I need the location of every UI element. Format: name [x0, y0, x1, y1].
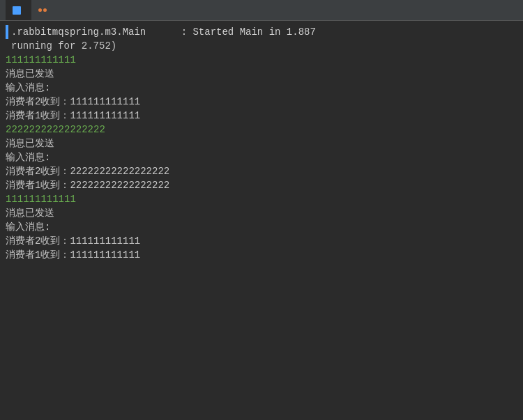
console-line: 输入消息: — [6, 220, 517, 234]
console-icon — [13, 6, 21, 15]
tab-bar — [0, 0, 523, 21]
line-text: running for 2.752) — [6, 39, 116, 53]
console-area: .rabbitmqspring.m3.Main : Started Main i… — [0, 21, 523, 420]
tab-endpoints[interactable] — [31, 0, 59, 20]
console-line: 消息已发送 — [6, 206, 517, 220]
line-text: 输入消息: — [6, 81, 50, 95]
console-line: 输入消息: — [6, 81, 517, 95]
console-line: 消费者1收到：111111111111 — [6, 109, 517, 123]
line-text: 111111111111 — [6, 192, 76, 206]
line-text: 111111111111 — [6, 53, 76, 67]
endpoints-icon — [38, 7, 48, 14]
line-text: 22222222222222222 — [6, 123, 105, 137]
line-text: 消费者1收到：111111111111 — [6, 109, 140, 123]
console-line: 消费者2收到：22222222222222222 — [6, 164, 517, 178]
console-line: 消息已发送 — [6, 137, 517, 150]
console-line: 111111111111 — [6, 53, 517, 67]
line-text: 输入消息: — [6, 150, 50, 164]
line-text: 消息已发送 — [6, 206, 54, 220]
line-text: 消费者2收到：111111111111 — [6, 234, 140, 248]
line-text: 消费者1收到：22222222222222222 — [6, 178, 169, 192]
console-line: 输入消息: — [6, 150, 517, 164]
line-text: 输入消息: — [6, 220, 50, 234]
line-text: 消息已发送 — [6, 67, 54, 81]
console-line: 22222222222222222 — [6, 123, 517, 137]
console-line: 111111111111 — [6, 192, 517, 206]
line-text: 消费者2收到：111111111111 — [6, 95, 140, 109]
accent-bar — [6, 25, 8, 39]
line-text: 消息已发送 — [6, 137, 54, 150]
console-line: 消费者1收到：111111111111 — [6, 248, 517, 262]
console-line: 消费者2收到：111111111111 — [6, 95, 517, 109]
console-line: 消费者2收到：111111111111 — [6, 234, 517, 248]
line-text: 消费者2收到：22222222222222222 — [6, 164, 169, 178]
console-line: .rabbitmqspring.m3.Main : Started Main i… — [6, 25, 517, 39]
console-line: 消息已发送 — [6, 67, 517, 81]
console-line: running for 2.752) — [6, 39, 517, 53]
line-text: .rabbitmqspring.m3.Main : Started Main i… — [11, 25, 316, 39]
console-line: 消费者1收到：22222222222222222 — [6, 178, 517, 192]
tab-console[interactable] — [6, 0, 31, 20]
line-text: 消费者1收到：111111111111 — [6, 248, 140, 262]
